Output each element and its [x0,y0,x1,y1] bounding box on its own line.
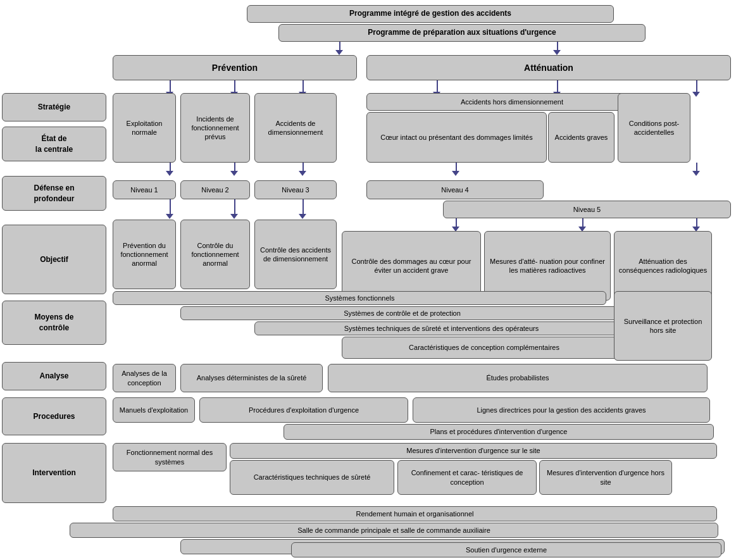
exploitation-normale: Exploitation normale [113,93,176,163]
programme-preparation: Programme de préparation aux situations … [278,24,646,42]
analyses-conception: Analyses de la conception [113,364,176,392]
niveau1: Niveau 1 [113,180,176,199]
controle-dommages: Contrôle des dommages au cœur pour évite… [342,231,481,301]
plans-procedures: Plans et procédures d'intervention d'urg… [284,424,714,440]
mesures-atte: Mesures d'atté- nuation pour confiner le… [484,231,611,301]
syst-techniques: Systèmes techniques de sûreté et interve… [254,321,628,335]
confinement: Confinement et carac- téristiques de con… [397,460,537,495]
manuels: Manuels d'exploitation [113,397,195,423]
label-strategie: Stratégie [2,93,106,121]
soutien-externe: Soutien d'urgence externe [291,542,721,557]
label-procedures: Procedures [2,397,106,435]
caract-techniques: Caractéristiques techniques de sûreté [230,460,394,495]
fonct-normal: Fonctionnement normal des systèmes [113,443,227,471]
incidents-fonctionnement: Incidents de fonctionnement prévus [180,93,250,163]
analyses-deterministes: Analyses déterministes de la sûreté [180,364,323,392]
caract-conception: Caractéristiques de conception complémen… [342,337,627,359]
accidents-dimensionnement: Accidents de dimensionnement [254,93,337,163]
label-etat: État dela centrale [2,127,106,161]
prevention-header: Prévention [113,55,357,80]
niveau4: Niveau 4 [366,180,544,199]
mesures-hors-site: Mesures d'intervention d'urgence hors si… [539,460,672,495]
niveau5: Niveau 5 [443,201,731,218]
surveillance: Surveillance et protection hors site [614,291,712,361]
niveau3: Niveau 3 [254,180,337,199]
attenuation-header: Atténuation [366,55,731,80]
niveau2: Niveau 2 [180,180,250,199]
rendement-humain: Rendement humain et organisationnel [113,506,717,521]
label-defense: Défense enprofondeur [2,176,106,211]
lignes-directrices: Lignes directrices pour la gestion des a… [413,397,710,423]
label-intervention: Intervention [2,443,106,503]
etudes-proba: Études probabilistes [328,364,708,392]
prevention-anormal: Prévention du fonctionnement anormal [113,220,176,289]
main-diagram: Programme intégré de gestion des acciden… [0,0,736,10]
label-moyens: Moyens decontrôle [2,301,106,345]
mesures-intervention: Mesures d'intervention d'urgence sur le … [230,443,717,459]
label-analyse: Analyse [2,362,106,390]
syst-controle: Systèmes de contrôle et de protection [180,306,623,320]
coeur-intact: Cœur intact ou présentant des dommages l… [366,112,547,163]
salle-commande: Salle de commande principale et salle de… [70,523,718,538]
controle-anormal: Contrôle du fonctionnement anormal [180,220,250,289]
conditions-post: Conditions post- accidentelles [618,93,690,163]
atte-consequences: Atténuation des conséquences radiologiqu… [614,231,712,301]
accidents-graves: Accidents graves [548,112,614,163]
accidents-hors-label: Accidents hors dimensionnement [366,93,658,111]
programme-integre: Programme intégré de gestion des acciden… [247,5,614,23]
procedures-urgence: Procédures d'exploitation d'urgence [199,397,408,423]
controle-accidents-dim: Contrôle des accidents de dimensionnemen… [254,220,337,289]
syst-fonctionnels: Systèmes fonctionnels [113,291,606,305]
label-objectif: Objectif [2,225,106,294]
